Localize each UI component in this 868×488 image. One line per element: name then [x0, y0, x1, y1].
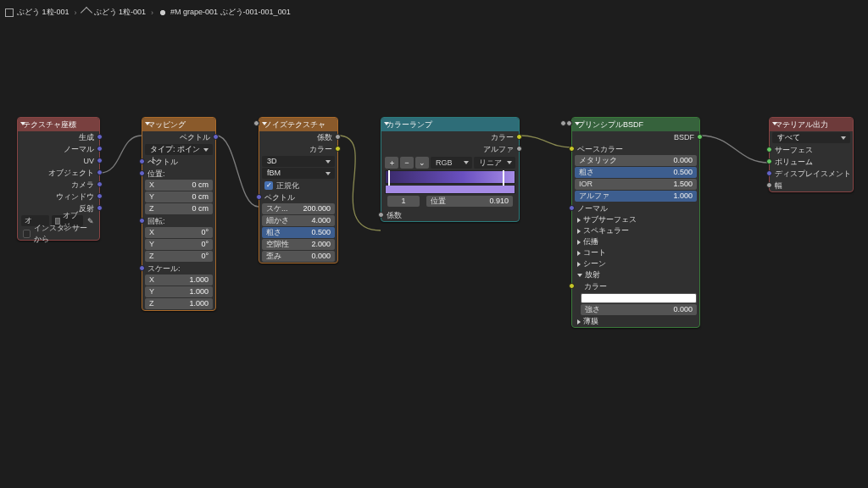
ramp-color-mode[interactable]: RGB [431, 157, 472, 169]
node-title[interactable]: カラーランプ [381, 118, 519, 131]
node-principled-bsdf[interactable]: プリンシプルBSDF BSDF ベースカラー メタリック0.000 粗さ0.50… [571, 117, 700, 328]
rotation-x[interactable]: X0° [145, 227, 213, 238]
socket-surface[interactable]: サーフェス [775, 144, 813, 156]
socket-window[interactable]: ウィンドウ [56, 191, 94, 202]
socket-thickness[interactable]: 幅 [775, 180, 782, 191]
node-title[interactable]: プリンシプルBSDF [572, 118, 699, 131]
socket-vector-in[interactable]: ベクトル [147, 156, 178, 168]
socket-color-out[interactable]: カラー [309, 143, 332, 155]
noise-basis-dropdown[interactable]: fBM [262, 168, 335, 179]
socket-volume[interactable]: ボリューム [775, 156, 813, 168]
socket-normal-in[interactable]: ノーマル [577, 202, 608, 214]
noise-detail[interactable]: 細かさ4.000 [262, 215, 335, 226]
noise-dimensions-dropdown[interactable]: 3D [262, 156, 335, 167]
material-icon [159, 8, 167, 17]
breadcrumb-item[interactable]: ぶどう 1粒-001 [82, 7, 147, 18]
node-title[interactable]: マッピング [142, 118, 215, 131]
ramp-stop-0[interactable] [388, 170, 390, 186]
bsdf-metallic[interactable]: メタリック0.000 [575, 155, 697, 166]
node-material-output[interactable]: マテリアル出力 すべて サーフェス ボリューム ディスプレイスメント 幅 [769, 117, 854, 192]
bsdf-alpha[interactable]: アルファ1.000 [575, 191, 697, 202]
socket-vector-in[interactable]: ベクトル [264, 191, 295, 203]
node-title[interactable]: テクスチャ座標 [18, 118, 99, 131]
bsdf-roughness[interactable]: 粗さ0.500 [575, 167, 697, 178]
breadcrumb-item[interactable]: #M grape-001 ぶどう-001-001_001 [159, 7, 291, 18]
emission-color-label: カラー [584, 280, 607, 292]
socket-fac-out[interactable]: 係数 [317, 131, 332, 143]
socket-fac-in[interactable]: 係数 [387, 209, 402, 221]
mapping-type-dropdown[interactable]: タイプ: ポイント [145, 144, 213, 155]
location-x[interactable]: X0 cm [145, 180, 213, 191]
panel-thinfilm[interactable]: 薄膜 [572, 316, 699, 327]
socket-displacement[interactable]: ディスプレイスメント [775, 168, 851, 180]
mesh-icon [80, 6, 92, 18]
emission-strength[interactable]: 強さ0.000 [581, 304, 697, 315]
from-instancer-checkbox[interactable]: インスタンサーから [18, 227, 99, 240]
ramp-stop-1[interactable] [503, 170, 504, 186]
panel-subsurface[interactable]: サブサーフェス [572, 214, 699, 225]
noise-distortion[interactable]: 歪み0.000 [262, 251, 335, 262]
breadcrumb-item[interactable]: ぶどう 1粒-001 [5, 7, 70, 18]
socket-bsdf-out[interactable]: BSDF [674, 131, 694, 143]
chevron-right-icon: › [75, 8, 77, 17]
noise-roughness[interactable]: 粗さ0.500 [262, 227, 335, 238]
socket-uv[interactable]: UV [83, 155, 94, 167]
object-icon [5, 8, 14, 17]
socket-camera[interactable]: カメラ [71, 179, 94, 191]
location-y[interactable]: Y0 cm [145, 191, 213, 202]
ramp-stop-color[interactable] [385, 185, 515, 194]
socket-generated[interactable]: 生成 [79, 131, 94, 143]
ramp-gradient[interactable] [385, 170, 515, 184]
panel-transmission[interactable]: 伝播 [572, 236, 699, 247]
node-mapping[interactable]: マッピング ベクトル タイプ: ポイント ベクトル 位置: X0 cm Y0 c… [142, 117, 216, 311]
scale-label: スケール: [147, 263, 181, 274]
ramp-stop-index[interactable]: 1 [387, 196, 420, 207]
node-color-ramp[interactable]: カラーランプ カラー アルファ ＋ − ⌄ RGB リニア 1 位置0.910 … [381, 117, 520, 222]
panel-specular[interactable]: スペキュラー [572, 225, 699, 236]
emission-color-swatch[interactable] [581, 293, 697, 303]
node-title[interactable]: マテリアル出力 [770, 118, 853, 131]
socket-base-color[interactable]: ベースカラー [577, 143, 623, 155]
rotation-y[interactable]: Y0° [145, 239, 213, 250]
socket-normal[interactable]: ノーマル [64, 143, 94, 155]
breadcrumb[interactable]: ぶどう 1粒-001 › ぶどう 1粒-001 › #M grape-001 ぶ… [5, 7, 291, 18]
bsdf-ior[interactable]: IOR1.500 [575, 179, 697, 190]
node-title[interactable]: ノイズテクスチャ [259, 118, 337, 131]
rotation-label: 回転: [147, 215, 165, 227]
ramp-remove-button[interactable]: − [400, 157, 414, 169]
node-noise-texture[interactable]: ノイズテクスチャ 係数 カラー 3D fBM 正規化 ベクトル スケ...200… [259, 117, 338, 263]
ramp-menu-button[interactable]: ⌄ [415, 157, 429, 169]
panel-coat[interactable]: コート [572, 247, 699, 258]
socket-vector-out[interactable]: ベクトル [180, 131, 210, 143]
socket-alpha-out[interactable]: アルファ [483, 143, 514, 155]
socket-color-out[interactable]: カラー [491, 131, 514, 143]
rotation-z[interactable]: Z0° [145, 251, 213, 262]
node-links [0, 0, 868, 488]
scale-y[interactable]: Y1.000 [145, 286, 213, 297]
node-texture-coordinate[interactable]: テクスチャ座標 生成 ノーマル UV オブジェクト カメラ ウィンドウ 反射 オ… [17, 117, 100, 241]
ramp-interpolation[interactable]: リニア [474, 157, 515, 169]
ramp-stop-position[interactable]: 位置0.910 [426, 196, 513, 207]
scale-x[interactable]: X1.000 [145, 274, 213, 286]
output-target-dropdown[interactable]: すべて [772, 132, 850, 143]
chevron-right-icon: › [151, 8, 153, 17]
location-z[interactable]: Z0 cm [145, 203, 213, 214]
noise-lacunarity[interactable]: 空隙性2.000 [262, 239, 335, 250]
location-label: 位置: [147, 168, 165, 180]
panel-sheen[interactable]: シーン [572, 258, 699, 269]
socket-object[interactable]: オブジェクト [48, 167, 94, 179]
socket-reflection[interactable]: 反射 [79, 202, 94, 214]
normalize-checkbox[interactable]: 正規化 [259, 180, 337, 191]
scale-z[interactable]: Z1.000 [145, 298, 213, 309]
panel-emission[interactable]: 放射 [572, 269, 699, 280]
noise-scale[interactable]: スケ...200.000 [262, 203, 335, 214]
ramp-add-button[interactable]: ＋ [385, 157, 398, 169]
